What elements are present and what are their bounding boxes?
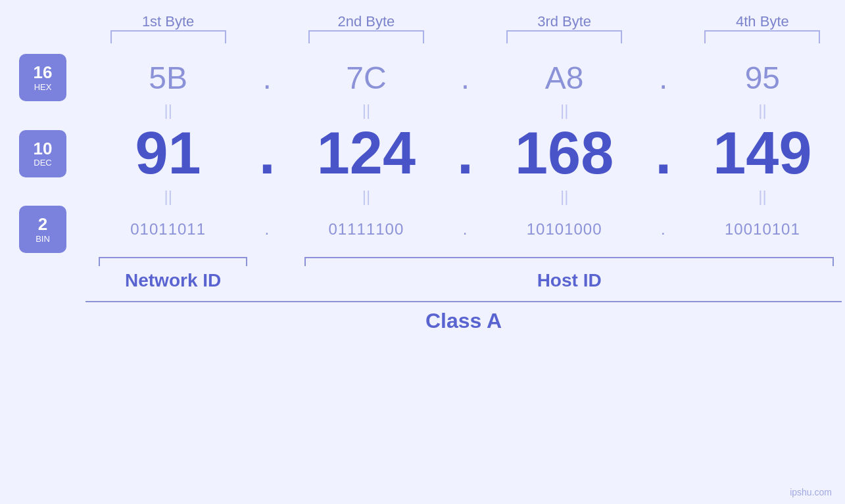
- equals-row-1: || || || ||: [0, 101, 845, 120]
- eq1-1: ||: [85, 101, 251, 120]
- id-brackets-row: Network ID Host ID: [0, 257, 845, 294]
- bin-val-1: 01011011: [85, 220, 251, 239]
- dec-val-2: 124: [283, 120, 448, 187]
- bin-dot-1: .: [251, 220, 283, 239]
- byte4-bracket: [704, 30, 820, 43]
- dec-dot-2: .: [449, 120, 482, 187]
- network-id-block: Network ID: [85, 257, 260, 294]
- class-container: Class A: [85, 301, 842, 333]
- dec-badge: 10 DEC: [19, 130, 66, 177]
- dec-row: 10 DEC 91 . 124 . 168 . 149: [0, 120, 845, 187]
- dec-dot-1: .: [251, 120, 283, 187]
- hex-row: 16 HEX 5B . 7C . A8 . 95: [0, 54, 845, 101]
- dot-spacer-1: [251, 0, 283, 47]
- eq2-1: ||: [85, 187, 251, 206]
- class-label: Class A: [425, 309, 502, 332]
- eq2-3: ||: [482, 187, 647, 206]
- byte-headers-row: 1st Byte 2nd Byte 3rd Byte 4th Byte: [0, 0, 845, 47]
- hex-val-4: 95: [680, 60, 845, 96]
- bin-val-3: 10101000: [482, 220, 647, 239]
- hex-val-2: 7C: [283, 60, 448, 96]
- host-bracket: [304, 257, 834, 266]
- equals-row-2: || || || ||: [0, 187, 845, 206]
- dec-values-area: 91 . 124 . 168 . 149: [85, 120, 845, 187]
- byte1-bracket: [110, 30, 226, 43]
- eq1-4: ||: [680, 101, 845, 120]
- hex-dot-3: .: [647, 60, 680, 96]
- eq1-2: ||: [283, 101, 448, 120]
- bin-dot-3: .: [647, 220, 680, 239]
- eq1-3: ||: [482, 101, 647, 120]
- hex-badge-area: 16 HEX: [0, 54, 85, 101]
- dec-val-3: 168: [482, 120, 647, 187]
- bin-val-2: 01111100: [283, 220, 448, 239]
- eq2-2: ||: [283, 187, 448, 206]
- bin-val-4: 10010101: [680, 220, 845, 239]
- bin-dot-2: .: [449, 220, 482, 239]
- dec-val-1: 91: [85, 120, 251, 187]
- byte2-bracket: [308, 30, 424, 43]
- hex-val-3: A8: [482, 60, 647, 96]
- dec-dot-3: .: [647, 120, 680, 187]
- network-id-label: Network ID: [125, 266, 221, 294]
- bin-values-area: 01011011 . 01111100 . 10101000 . 1001010…: [85, 220, 845, 239]
- host-id-label: Host ID: [537, 266, 602, 294]
- hex-badge: 16 HEX: [19, 54, 66, 101]
- dot-spacer-3: [647, 0, 680, 47]
- dec-badge-area: 10 DEC: [0, 130, 85, 177]
- byte4-header: 4th Byte: [680, 0, 845, 47]
- dec-val-4: 149: [680, 120, 845, 187]
- page-container: 1st Byte 2nd Byte 3rd Byte 4th Byte 16 H…: [0, 0, 845, 504]
- byte3-bracket: [506, 30, 622, 43]
- hex-values-area: 5B . 7C . A8 . 95: [85, 60, 845, 96]
- bin-badge: 2 BIN: [19, 206, 66, 253]
- host-id-block: Host ID: [293, 257, 845, 294]
- dot-spacer-2: [449, 0, 482, 47]
- hex-dot-2: .: [449, 60, 482, 96]
- bin-row: 2 BIN 01011011 . 01111100 . 10101000 .: [0, 206, 845, 253]
- byte2-header: 2nd Byte: [283, 0, 448, 47]
- eq2-4: ||: [680, 187, 845, 206]
- network-bracket: [99, 257, 247, 266]
- hex-val-1: 5B: [85, 60, 251, 96]
- class-row: Class A: [0, 301, 845, 333]
- watermark: ipshu.com: [790, 487, 832, 497]
- byte3-header: 3rd Byte: [482, 0, 647, 47]
- bin-badge-area: 2 BIN: [0, 206, 85, 253]
- byte1-header: 1st Byte: [85, 0, 251, 47]
- hex-dot-1: .: [251, 60, 283, 96]
